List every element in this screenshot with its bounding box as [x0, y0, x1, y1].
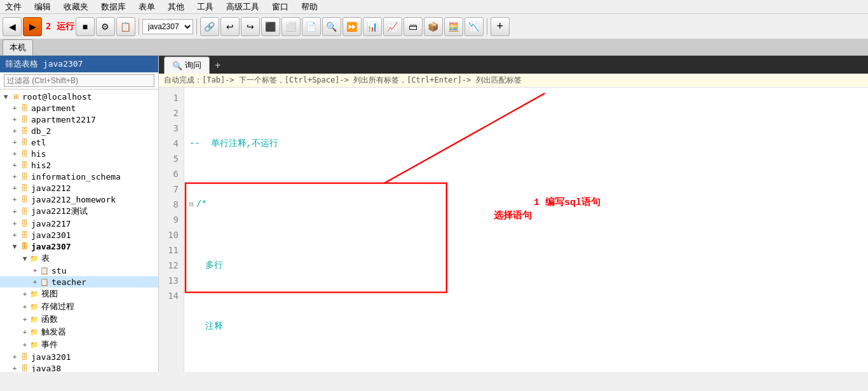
toolbar-btn10[interactable]: 📄 [302, 17, 321, 36]
toolbar-btn17[interactable]: 🧮 [444, 17, 463, 36]
root-label: root@localhost [22, 92, 92, 102]
toolbar-btn18[interactable]: 📉 [465, 17, 484, 36]
db-label-j2307: java2307 [31, 242, 71, 251]
tree-toggle-his2[interactable]: + [10, 161, 19, 169]
tree-toggle-j3201[interactable]: + [10, 353, 19, 361]
tree-toggle-j2212t[interactable]: + [10, 208, 19, 216]
toolbar-btn6[interactable]: ↩ [220, 17, 240, 36]
tree-toggle-views[interactable]: + [20, 290, 29, 298]
db-selector[interactable]: java2307 [142, 19, 193, 34]
code-content[interactable]: -- 单行注释,不运行 ⊟/* 多行 注释 .. [184, 88, 868, 372]
tree-toggle-stu[interactable]: + [31, 267, 39, 275]
toolbar-btn3[interactable]: ⚙ [96, 17, 115, 36]
toolbar-btn15[interactable]: 🗃 [403, 17, 423, 36]
query-tab[interactable]: 🔍 询问 [164, 56, 210, 74]
tree-item-funcs-folder[interactable]: + 📁 函数 [0, 313, 158, 326]
run-label: 2 运行 [46, 21, 74, 32]
tree-item-db2[interactable]: + 🗄 db_2 [0, 125, 158, 136]
tree-item-stu[interactable]: + 📋 stu [0, 265, 158, 276]
toolbar-btn5[interactable]: 🔗 [200, 17, 219, 36]
menu-edit[interactable]: 编辑 [32, 1, 53, 13]
tree-toggle-root[interactable]: ▼ [1, 93, 10, 101]
tree-toggle-info[interactable]: + [10, 173, 19, 181]
tree-toggle-j2212[interactable]: + [10, 184, 19, 192]
tree-item-apartment[interactable]: + 🗄 apartment [0, 102, 158, 114]
autocomplete-bar: 自动完成：[Tab]-> 下一个标签，[Ctrl+Space]-> 列出所有标签… [159, 74, 868, 88]
tree-item-procs-folder[interactable]: + 📁 存储过程 [0, 300, 158, 313]
sidebar-filter-input[interactable] [4, 74, 154, 87]
tree-item-java2307[interactable]: ▼ 🗄 java2307 [0, 241, 158, 252]
tree-item-etl[interactable]: + 🗄 etl [0, 136, 158, 148]
tree-item-java38[interactable]: + 🗄 java38 [0, 362, 158, 372]
toolbar-back-btn[interactable]: ◀ [3, 17, 22, 36]
db-label-j2212: java2212 [31, 183, 71, 193]
db-icon-info: 🗄 [19, 171, 29, 182]
tree-toggle-events[interactable]: + [20, 341, 29, 349]
tree-item-root[interactable]: ▼ 🖥 root@localhost [0, 91, 158, 102]
menubar: 文件 编辑 收藏夹 数据库 表单 其他 工具 高级工具 窗口 帮助 [0, 0, 868, 14]
toolbar-btn9[interactable]: ⬜ [281, 17, 301, 36]
tree-item-java2217[interactable]: + 🗄 java2217 [0, 218, 158, 229]
menu-table[interactable]: 表单 [136, 1, 158, 13]
main-layout: 筛选表格 java2307 ▼ 🖥 root@localhost + 🗄 apa… [0, 56, 868, 372]
tree-item-views-folder[interactable]: + 📁 视图 [0, 288, 158, 300]
toolbar-btn-plus[interactable]: + [491, 17, 510, 36]
code-editor[interactable]: 1 2 3 4 5 6 7 8 9 10 11 12 13 14 -- 单行注释… [159, 88, 868, 372]
toolbar-stop-btn[interactable]: ■ [76, 17, 95, 36]
tree-toggle-j2212hw[interactable]: + [10, 196, 19, 204]
tree-item-his2[interactable]: + 🗄 his2 [0, 159, 158, 171]
toolbar-btn13[interactable]: 📊 [363, 17, 382, 36]
tree-toggle-j2301[interactable]: + [10, 231, 19, 239]
tree-item-apartment2217[interactable]: + 🗄 apartment2217 [0, 114, 158, 125]
tree-item-info-schema[interactable]: + 🗄 information_schema [0, 171, 158, 182]
new-tab-button[interactable]: + [210, 57, 226, 74]
tree-toggle-j38[interactable]: + [10, 364, 19, 373]
toolbar-btn11[interactable]: 🔍 [322, 17, 341, 36]
tree-toggle-etl[interactable]: + [10, 138, 19, 147]
toolbar-btn8[interactable]: ⬛ [261, 17, 280, 36]
menu-other[interactable]: 其他 [165, 1, 187, 13]
menu-database[interactable]: 数据库 [98, 1, 128, 13]
tree-item-tables-folder[interactable]: ▼ 📁 表 [0, 252, 158, 265]
toolbar-btn7[interactable]: ↪ [241, 17, 260, 36]
menu-help[interactable]: 帮助 [299, 1, 320, 13]
tree-item-java2212[interactable]: + 🗄 java2212 [0, 182, 158, 194]
folder-icon-events: 📁 [29, 340, 39, 350]
tree-item-events-folder[interactable]: + 📁 事件 [0, 338, 158, 351]
toolbar-btn16[interactable]: 📦 [424, 17, 443, 36]
tree-item-java3201[interactable]: + 🗄 java3201 [0, 351, 158, 362]
toolbar-btn12[interactable]: ⏩ [342, 17, 362, 36]
tree-toggle-j2307[interactable]: ▼ [10, 242, 19, 251]
tree-item-java2212hw[interactable]: + 🗄 java2212_homework [0, 194, 158, 205]
tree-toggle-j2217[interactable]: + [10, 220, 19, 228]
menu-favorites[interactable]: 收藏夹 [61, 1, 91, 13]
toolbar-run-btn[interactable]: ▶ [23, 17, 42, 36]
tree-toggle-funcs[interactable]: + [20, 315, 29, 324]
tree-toggle-tables[interactable]: ▼ [20, 255, 29, 263]
tree-toggle-procs[interactable]: + [20, 303, 29, 311]
tree-item-triggers-folder[interactable]: + 📁 触发器 [0, 326, 158, 338]
toolbar-btn4[interactable]: 📋 [116, 17, 135, 36]
tree-item-java2212test[interactable]: + 🗄 java2212测试 [0, 205, 158, 218]
query-tab-label: 询问 [185, 60, 201, 71]
tree-toggle-his[interactable]: + [10, 150, 19, 158]
tree-item-his[interactable]: + 🗄 his [0, 148, 158, 159]
local-machine-tab[interactable]: 本机 [3, 39, 33, 55]
menu-file[interactable]: 文件 [3, 1, 24, 13]
tree-toggle-teacher[interactable]: + [31, 278, 39, 286]
tree-toggle-apt2217[interactable]: + [10, 116, 19, 124]
db-icon-j2212t: 🗄 [19, 206, 29, 216]
tree-item-teacher[interactable]: + 📋 teacher [0, 276, 158, 288]
comment-single: -- 单行注释,不运行 [189, 136, 278, 151]
menu-advanced[interactable]: 高级工具 [224, 1, 262, 13]
tree-toggle-apartment[interactable]: + [10, 104, 19, 112]
tree-toggle-triggers[interactable]: + [20, 328, 29, 336]
db-label-apt2217: apartment2217 [31, 115, 96, 124]
line-numbers: 1 2 3 4 5 6 7 8 9 10 11 12 13 14 [159, 88, 184, 372]
menu-tools[interactable]: 工具 [194, 1, 216, 13]
tree-toggle-db2[interactable]: + [10, 127, 19, 135]
tree-item-java2301[interactable]: + 🗄 java2301 [0, 229, 158, 241]
menu-window[interactable]: 窗口 [269, 1, 291, 13]
toolbar-btn14[interactable]: 📈 [383, 17, 402, 36]
fold-marker-2[interactable]: ⊟ [189, 197, 194, 212]
